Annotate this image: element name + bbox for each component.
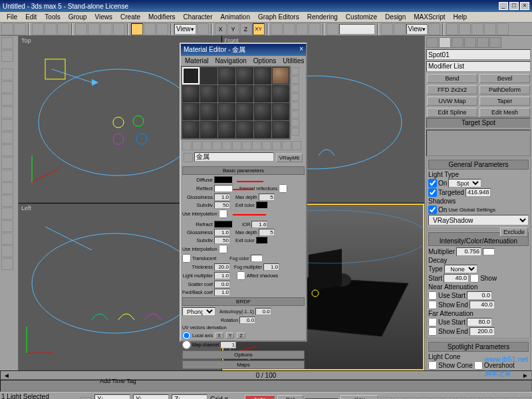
- axis-x-button[interactable]: X: [215, 23, 227, 35]
- brdf-type-dropdown[interactable]: Phong: [182, 307, 215, 316]
- show-end-button[interactable]: [272, 141, 281, 150]
- goto-start-button[interactable]: [380, 397, 392, 400]
- rotation-spinner[interactable]: 0.0: [239, 317, 255, 324]
- options-header[interactable]: Options: [182, 350, 305, 359]
- reflect-swatch[interactable]: [214, 185, 233, 192]
- mat-type-button[interactable]: VRayMtl: [276, 154, 303, 162]
- menu-tools[interactable]: Tools: [41, 13, 64, 21]
- menu-help[interactable]: Help: [449, 13, 471, 21]
- mat-slot[interactable]: [236, 85, 253, 102]
- prev-frame-button[interactable]: [393, 397, 404, 400]
- time-slider[interactable]: ◄0 / 100►: [0, 370, 532, 380]
- make-copy-button[interactable]: [222, 141, 231, 150]
- filter-button[interactable]: [113, 23, 125, 35]
- scale-button[interactable]: [156, 23, 168, 35]
- goto-end-button[interactable]: [431, 397, 442, 400]
- reset-map-button[interactable]: [212, 141, 221, 150]
- put-to-scene-button[interactable]: [192, 141, 201, 150]
- reactor-preview-button[interactable]: [1, 245, 13, 257]
- near-use-checkbox[interactable]: [428, 291, 437, 300]
- mat-menu-material[interactable]: Material: [182, 57, 212, 65]
- mat-slot-1[interactable]: [182, 67, 200, 84]
- decay-start-spinner[interactable]: 40.0: [444, 274, 469, 283]
- reactor-spring-button[interactable]: [1, 182, 13, 194]
- mat-slot[interactable]: [254, 85, 271, 102]
- mat-slot-2[interactable]: [200, 67, 217, 84]
- maps-header[interactable]: Maps: [182, 360, 305, 369]
- backlight-button[interactable]: [291, 76, 299, 84]
- reactor-wind-button[interactable]: [1, 207, 13, 219]
- angle-snap-button[interactable]: [283, 23, 295, 35]
- localaxis-radio[interactable]: [182, 331, 191, 340]
- aniso-spinner[interactable]: 0.0: [255, 308, 271, 315]
- named-sel-dropdown[interactable]: [339, 24, 375, 35]
- autokey-button[interactable]: Auto Key: [245, 395, 274, 400]
- reactor-motor-button[interactable]: [1, 195, 13, 207]
- mat-slot[interactable]: [200, 121, 217, 138]
- align-button[interactable]: [394, 23, 406, 35]
- y-coord[interactable]: Y: 185.749: [133, 394, 169, 400]
- center-button[interactable]: [197, 23, 209, 35]
- decay-type-dropdown[interactable]: None: [444, 265, 477, 273]
- material-editor-dialog[interactable]: Material Editor - 金属 × Material Navigati…: [180, 43, 307, 342]
- fog-swatch[interactable]: [251, 255, 263, 262]
- undo-button[interactable]: [1, 23, 13, 35]
- menu-grapheditors[interactable]: Graph Editors: [254, 13, 303, 21]
- reactor-plane-button[interactable]: [1, 106, 13, 118]
- named-sel-button[interactable]: [327, 23, 338, 35]
- editspline-button[interactable]: Edit Spline: [427, 108, 477, 117]
- shadow-type-dropdown[interactable]: VRayShadow: [428, 215, 529, 225]
- redo-button[interactable]: [14, 23, 26, 35]
- track-bar[interactable]: [0, 380, 532, 392]
- mat-name-field[interactable]: [194, 152, 274, 162]
- minimize-button[interactable]: _: [499, 2, 508, 10]
- select-name-button[interactable]: [88, 23, 100, 35]
- menu-design[interactable]: Design: [381, 13, 410, 21]
- snap-button[interactable]: [271, 23, 283, 35]
- coord-system-dropdown[interactable]: View ▾: [174, 24, 196, 35]
- mat-slot[interactable]: [182, 103, 200, 120]
- pathdeform-button[interactable]: PathDeform: [479, 85, 530, 94]
- reactor-toy-button[interactable]: [1, 220, 13, 232]
- mat-titlebar[interactable]: Material Editor - 金属 ×: [181, 44, 306, 56]
- tab-panel-button[interactable]: [1, 37, 13, 49]
- mat-menu-options[interactable]: Options: [250, 57, 279, 65]
- mat-slot[interactable]: [236, 103, 253, 120]
- get-material-button[interactable]: [182, 141, 192, 150]
- axis-z-button[interactable]: Z: [240, 23, 252, 35]
- view2-dropdown[interactable]: View ▾: [406, 24, 428, 35]
- maximize-vp-button[interactable]: [519, 397, 531, 400]
- mat-menu-util[interactable]: Utilities: [279, 57, 307, 65]
- menu-group[interactable]: Group: [65, 13, 91, 21]
- uvwmap-button[interactable]: UVW Map: [427, 96, 477, 106]
- mat-slot[interactable]: [272, 121, 289, 138]
- ior-spinner[interactable]: 1.6: [251, 221, 267, 228]
- fresnel-checkbox[interactable]: [279, 184, 287, 193]
- spinner-snap-button[interactable]: [309, 23, 321, 35]
- showcone-checkbox[interactable]: [428, 361, 437, 370]
- bind-button[interactable]: [57, 23, 69, 35]
- menu-maxscript[interactable]: MAXScript: [410, 13, 449, 21]
- arc-rotate-button[interactable]: [507, 397, 518, 400]
- render-scene-button[interactable]: [484, 23, 496, 35]
- create-tab[interactable]: [426, 37, 438, 48]
- refl-subdiv-spinner[interactable]: 50: [214, 201, 230, 209]
- mat-slot[interactable]: [200, 85, 217, 102]
- maximize-button[interactable]: □: [509, 2, 519, 10]
- refl-interp-checkbox[interactable]: [219, 209, 227, 218]
- reactor-sphere-button[interactable]: [1, 81, 13, 93]
- hierarchy-tab[interactable]: [452, 37, 464, 48]
- put-to-lib-button[interactable]: [242, 141, 251, 150]
- lock-selection-button[interactable]: [80, 397, 92, 400]
- menu-customize[interactable]: Customize: [342, 13, 381, 21]
- shadow-on-checkbox[interactable]: [428, 205, 437, 214]
- menu-create[interactable]: Create: [116, 13, 144, 21]
- menu-views[interactable]: Views: [91, 13, 117, 21]
- editmesh-button[interactable]: Edit Mesh: [479, 108, 530, 117]
- zoom-button[interactable]: [444, 397, 455, 400]
- move-button[interactable]: [131, 23, 143, 35]
- modifier-list-dropdown[interactable]: Modifier List: [426, 61, 531, 72]
- light-type-dropdown[interactable]: Spot: [448, 179, 481, 188]
- mat-slot-6[interactable]: [272, 67, 289, 84]
- near-show-checkbox[interactable]: [428, 301, 437, 309]
